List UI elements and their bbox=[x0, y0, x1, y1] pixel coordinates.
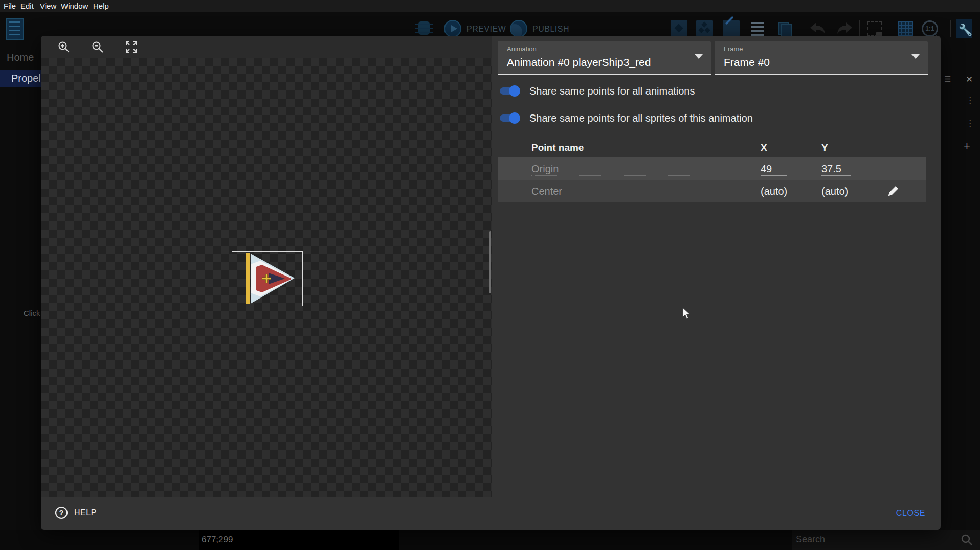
share-points-sprites-label: Share same points for all sprites of thi… bbox=[529, 112, 753, 124]
add-object-icon[interactable] bbox=[671, 20, 687, 37]
points-panel: Animation Animation #0 playerShip3_red F… bbox=[492, 36, 941, 497]
toolbar-separator bbox=[859, 20, 860, 37]
chevron-down-icon bbox=[911, 54, 920, 59]
coordinates-field[interactable]: 677;299 bbox=[199, 530, 399, 550]
share-points-animations-row: Share same points for all animations bbox=[499, 84, 695, 98]
share-points-sprites-toggle[interactable] bbox=[499, 111, 520, 125]
preview-button[interactable]: PREVIEW bbox=[466, 25, 506, 34]
col-x: X bbox=[761, 142, 767, 153]
tab-home[interactable]: Home bbox=[7, 52, 34, 63]
coordinates-value: 677;299 bbox=[202, 535, 233, 545]
undo-icon[interactable] bbox=[809, 21, 827, 36]
tab-properties[interactable]: Propel bbox=[0, 70, 45, 87]
col-y: Y bbox=[821, 142, 828, 153]
publish-globe-icon[interactable] bbox=[510, 20, 527, 37]
frame-select-label: Frame bbox=[724, 45, 743, 53]
col-point-name: Point name bbox=[531, 142, 584, 153]
chevron-down-icon bbox=[695, 54, 703, 59]
point-y-field[interactable]: 37.5 bbox=[821, 162, 851, 176]
zoom-in-icon[interactable] bbox=[57, 40, 71, 54]
edit-points-dialog: Animation Animation #0 playerShip3_red F… bbox=[41, 36, 941, 530]
table-row-center[interactable]: Center (auto) (auto) bbox=[498, 180, 926, 202]
close-button[interactable]: CLOSE bbox=[896, 509, 925, 518]
properties-list-icon[interactable] bbox=[749, 20, 766, 37]
edit-point-pencil-icon[interactable] bbox=[886, 185, 900, 198]
help-question-icon: ? bbox=[55, 506, 68, 519]
application-window: PREVIEW PUBLISH 1:1 🔧 Home Propel Click … bbox=[0, 0, 980, 550]
sprite-frame[interactable] bbox=[232, 251, 303, 306]
zoom-1-1-icon[interactable]: 1:1 bbox=[922, 20, 938, 37]
selection-tool-icon[interactable] bbox=[867, 21, 882, 36]
animation-select-label: Animation bbox=[507, 45, 537, 53]
frame-select[interactable]: Frame Frame #0 bbox=[715, 41, 928, 75]
menu-bar: File Edit View Window Help bbox=[0, 0, 980, 12]
instances-icon[interactable] bbox=[696, 20, 713, 37]
menu-view[interactable]: View bbox=[40, 2, 56, 10]
scene-settings-icon[interactable]: 🔧 bbox=[956, 19, 972, 38]
search-placeholder: Search bbox=[796, 534, 825, 545]
project-manager-icon[interactable] bbox=[6, 18, 24, 40]
publish-button[interactable]: PUBLISH bbox=[532, 25, 569, 34]
grid-icon[interactable] bbox=[898, 21, 913, 36]
help-button[interactable]: ? HELP bbox=[55, 506, 97, 519]
menu-window[interactable]: Window bbox=[61, 2, 88, 10]
point-name-field[interactable]: Center bbox=[531, 184, 710, 198]
point-x-field[interactable]: 49 bbox=[761, 162, 787, 176]
toolbar-separator bbox=[950, 20, 951, 37]
point-y-field[interactable]: (auto) bbox=[821, 184, 851, 198]
layers-icon[interactable] bbox=[776, 20, 793, 37]
point-crosshair-marker[interactable] bbox=[261, 273, 272, 284]
filter-icon[interactable]: ☰ bbox=[944, 75, 951, 84]
animation-select[interactable]: Animation Animation #0 playerShip3_red bbox=[498, 41, 711, 75]
dialog-footer: ? HELP CLOSE bbox=[41, 497, 941, 530]
status-bar: 677;299 Search bbox=[0, 530, 980, 550]
share-points-sprites-row: Share same points for all sprites of thi… bbox=[499, 111, 753, 125]
table-row-origin[interactable]: Origin 49 37.5 bbox=[498, 157, 926, 180]
overflow-menu-icon[interactable]: ⋮ bbox=[966, 95, 974, 106]
points-table-header: Point name X Y bbox=[498, 138, 926, 157]
canvas-toolbar bbox=[41, 36, 492, 58]
menu-edit[interactable]: Edit bbox=[20, 2, 34, 10]
share-points-animations-toggle[interactable] bbox=[499, 84, 520, 98]
menu-help[interactable]: Help bbox=[93, 2, 109, 10]
sprite-canvas[interactable] bbox=[41, 36, 492, 497]
redo-icon[interactable] bbox=[836, 21, 853, 36]
preview-play-icon[interactable] bbox=[444, 20, 461, 37]
edit-scene-icon[interactable] bbox=[723, 20, 740, 37]
tab-properties-label: Propel bbox=[11, 73, 41, 84]
zoom-out-icon[interactable] bbox=[91, 40, 104, 54]
fit-to-screen-icon[interactable] bbox=[125, 40, 138, 54]
points-table: Point name X Y Origin 49 37.5 Center (au… bbox=[498, 138, 926, 202]
point-name-field[interactable]: Origin bbox=[531, 162, 710, 176]
point-x-field[interactable]: (auto) bbox=[761, 184, 787, 198]
canvas-scrollbar[interactable] bbox=[489, 231, 491, 293]
search-icon bbox=[961, 534, 973, 546]
help-label: HELP bbox=[74, 508, 97, 517]
frame-select-value: Frame #0 bbox=[724, 56, 770, 68]
add-icon[interactable]: + bbox=[964, 140, 970, 153]
svg-text:?: ? bbox=[59, 509, 64, 517]
debug-icon[interactable] bbox=[418, 21, 430, 35]
menu-file[interactable]: File bbox=[4, 2, 16, 10]
close-panel-icon[interactable]: ✕ bbox=[966, 74, 973, 85]
share-points-animations-label: Share same points for all animations bbox=[529, 85, 695, 97]
background-hint-text: Click bbox=[24, 309, 40, 317]
overflow-menu-icon[interactable]: ⋮ bbox=[966, 118, 974, 129]
search-input[interactable]: Search bbox=[792, 530, 980, 550]
animation-select-value: Animation #0 playerShip3_red bbox=[507, 56, 651, 68]
